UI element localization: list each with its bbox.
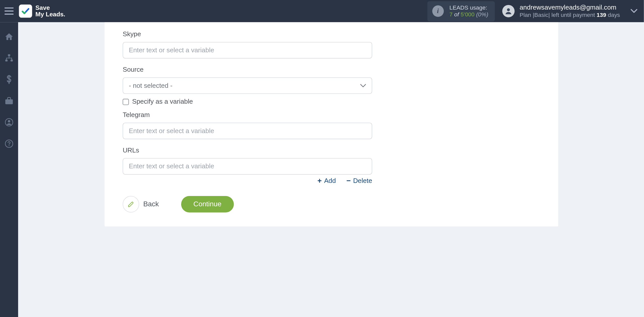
- svg-rect-7: [5, 99, 13, 104]
- svg-rect-5: [5, 60, 8, 61]
- sidebar-item-briefcase[interactable]: [0, 93, 18, 109]
- chevron-down-icon: [360, 84, 366, 88]
- svg-rect-0: [5, 7, 14, 8]
- leads-usage-widget[interactable]: i LEADS usage: 7 of 5'000 (0%): [427, 1, 495, 21]
- add-url-label: Add: [324, 177, 336, 184]
- leads-usage-value: 7 of 5'000 (0%): [449, 11, 488, 18]
- checkmark-icon: [21, 7, 30, 16]
- info-icon: i: [432, 5, 444, 17]
- source-selected-value: - not selected -: [129, 82, 172, 89]
- avatar: [502, 5, 515, 17]
- sidebar-item-connections[interactable]: [0, 50, 18, 66]
- urls-row-actions: + Add − Delete: [123, 177, 372, 184]
- field-urls: URLs + Add − Delete: [123, 147, 540, 185]
- svg-rect-6: [11, 60, 13, 61]
- plus-icon: +: [317, 177, 323, 184]
- dollar-icon: [6, 75, 12, 84]
- chevron-down-icon: [631, 9, 637, 13]
- plan-days: 139: [597, 12, 606, 18]
- source-select[interactable]: - not selected -: [123, 77, 372, 94]
- pencil-icon: [127, 201, 135, 208]
- form-button-row: Back Continue: [123, 196, 540, 212]
- svg-rect-2: [5, 14, 14, 15]
- continue-button-label: Continue: [193, 200, 221, 208]
- side-rail: [0, 22, 18, 317]
- top-bar: Save My Leads. i LEADS usage: 7 of 5'000…: [0, 0, 644, 22]
- skype-input[interactable]: [123, 42, 372, 58]
- svg-rect-4: [8, 54, 10, 56]
- checkbox-icon: [123, 99, 129, 105]
- telegram-label: Telegram: [123, 111, 540, 118]
- sidebar-item-profile[interactable]: [0, 114, 18, 130]
- account-info: andrewsavemyleads@gmail.com Plan |Basic|…: [519, 4, 620, 19]
- leads-usage-percent: (0%): [476, 11, 488, 18]
- sidebar-item-billing[interactable]: [0, 72, 18, 87]
- brand-name: Save My Leads.: [35, 5, 65, 18]
- main-area: Skype Source - not selected - Specify as: [18, 22, 644, 317]
- sidebar-item-help[interactable]: [0, 136, 18, 151]
- question-circle-icon: [5, 140, 13, 148]
- svg-point-9: [8, 120, 10, 123]
- delete-url-button[interactable]: − Delete: [346, 177, 372, 184]
- source-checkbox-label: Specify as a variable: [132, 98, 193, 105]
- logo-mark: [19, 5, 32, 18]
- plan-mid: | left until payment: [548, 12, 597, 18]
- urls-input[interactable]: [123, 158, 372, 174]
- account-email: andrewsavemyleads@gmail.com: [519, 4, 620, 12]
- telegram-input[interactable]: [123, 123, 372, 139]
- plan-name: Basic: [534, 12, 548, 18]
- svg-point-11: [9, 145, 10, 146]
- hamburger-icon: [5, 7, 14, 15]
- account-menu[interactable]: andrewsavemyleads@gmail.com Plan |Basic|…: [502, 4, 620, 19]
- account-plan-line: Plan |Basic| left until payment 139 days: [519, 12, 620, 19]
- skype-label: Skype: [123, 30, 540, 38]
- field-source: Source - not selected - Specify as a var…: [123, 66, 540, 105]
- continue-button[interactable]: Continue: [181, 196, 234, 212]
- user-circle-icon: [5, 118, 13, 127]
- source-variable-checkbox-row[interactable]: Specify as a variable: [123, 98, 540, 105]
- add-url-button[interactable]: + Add: [317, 177, 336, 184]
- brand-logo[interactable]: Save My Leads.: [19, 5, 65, 18]
- home-icon: [5, 32, 14, 41]
- svg-point-3: [507, 8, 510, 11]
- account-dropdown-toggle[interactable]: [624, 0, 644, 22]
- edit-icon-circle: [123, 196, 139, 212]
- field-telegram: Telegram: [123, 111, 540, 139]
- minus-icon: −: [346, 177, 351, 184]
- plan-prefix: Plan |: [519, 12, 534, 18]
- brand-name-line1: Save: [35, 5, 65, 11]
- leads-usage-used: 7: [449, 11, 453, 18]
- back-button-label: Back: [143, 200, 159, 208]
- source-label: Source: [123, 66, 540, 73]
- leads-usage-of: of: [454, 11, 459, 18]
- leads-usage-quota: 5'000: [461, 11, 474, 18]
- delete-url-label: Delete: [353, 177, 372, 184]
- sidebar-item-home[interactable]: [0, 29, 18, 45]
- briefcase-icon: [5, 97, 14, 105]
- hamburger-menu-button[interactable]: [0, 0, 18, 22]
- back-button[interactable]: Back: [123, 196, 159, 212]
- user-icon: [504, 7, 513, 15]
- plan-suffix: days: [606, 12, 620, 18]
- leads-usage-text: LEADS usage: 7 of 5'000 (0%): [449, 4, 488, 18]
- field-skype: Skype: [123, 30, 540, 58]
- svg-rect-1: [5, 11, 14, 12]
- urls-label: URLs: [123, 147, 540, 154]
- leads-usage-title: LEADS usage:: [449, 4, 488, 11]
- form-card: Skype Source - not selected - Specify as: [105, 22, 558, 226]
- sitemap-icon: [5, 54, 14, 62]
- brand-name-line2: My Leads.: [35, 11, 65, 18]
